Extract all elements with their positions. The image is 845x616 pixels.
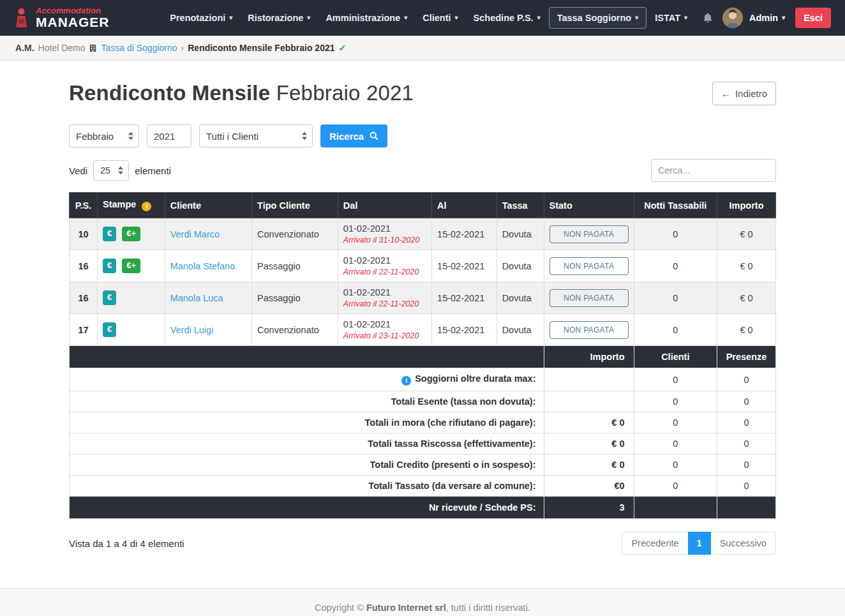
stampe-cell: € €+ [97, 250, 165, 282]
pagination-page-1-button[interactable]: 1 [688, 532, 711, 555]
summary-importo: € 0 [544, 412, 634, 433]
summary-clienti: 0 [634, 368, 717, 391]
info-icon[interactable]: i [401, 376, 411, 386]
logout-button[interactable]: Esci [795, 8, 831, 28]
monthly-report-table: P.S. Stampe i Cliente Tipo Cliente Dal A… [69, 192, 776, 519]
stampe-cell: € [97, 314, 165, 346]
client-link[interactable]: Verdi Marco [170, 229, 220, 239]
table-row: 17 € Verdi Luigi Convenzionato 01-02-202… [70, 314, 776, 346]
nav-item-prenotazioni[interactable]: Prenotazioni ▾ [163, 7, 239, 29]
ps-cell: 16 [70, 250, 98, 282]
page-title: Rendiconto Mensile Febbraio 2021 [69, 81, 414, 105]
dal-cell: 01-02-2021 Arrivato il 22-11-2020 [338, 282, 431, 314]
header-cliente: Cliente [165, 193, 251, 218]
arrival-note: Arrivato il 31-10-2020 [343, 236, 426, 244]
print-receipt-plus-button[interactable]: €+ [122, 259, 140, 273]
client-link[interactable]: Verdi Luigi [170, 325, 214, 335]
copyright-text: Copyright © Futuro Internet srl, tutti i… [0, 603, 845, 613]
stato-cell: NON PAGATA [544, 250, 634, 282]
print-receipt-button[interactable]: € [103, 259, 116, 273]
nav-item-schedine-ps[interactable]: Schedine P.S. ▾ [467, 7, 548, 29]
nav-item-amministrazione[interactable]: Amministrazione ▾ [318, 7, 414, 29]
header-stato: Stato [544, 193, 634, 218]
nav-item-tassa-soggiorno[interactable]: Tassa Soggiorno ▾ [549, 7, 647, 29]
payment-status-button[interactable]: NON PAGATA [550, 321, 629, 339]
table-search-input[interactable] [651, 159, 776, 182]
stato-cell: NON PAGATA [544, 218, 634, 250]
chevron-down-icon: ▾ [229, 15, 232, 21]
month-select[interactable]: Febbraio [69, 124, 139, 147]
breadcrumb-current: Rendiconto Mensile Febbraio 2021 [188, 43, 334, 53]
importo-cell: € 0 [717, 282, 776, 314]
brand-logo[interactable]: Accommodation MANAGER [13, 6, 110, 29]
summary-row: Totali tassa Riscossa (effettivamente): … [70, 433, 776, 454]
stampe-info-icon[interactable]: i [142, 202, 151, 211]
print-receipt-plus-button[interactable]: €+ [122, 227, 140, 241]
year-input[interactable] [147, 124, 191, 147]
summary-presenze: 0 [717, 433, 776, 454]
notti-cell: 0 [634, 250, 717, 282]
summary-clienti: 0 [634, 454, 717, 476]
print-receipt-button[interactable]: € [103, 322, 116, 336]
summary-header-row: Importo Clienti Presenze [70, 346, 776, 368]
ps-cell: 16 [70, 282, 98, 314]
summary-importo: €0 [544, 476, 634, 497]
summary-header-importo: Importo [544, 346, 634, 368]
arrival-note: Arrivato il 23-11-2020 [343, 331, 426, 340]
table-row: 16 € Manola Luca Passaggio 01-02-2021 Ar… [70, 282, 776, 314]
summary-label: Totali tassa Riscossa (effettivamente): [70, 433, 544, 454]
page-length-select[interactable]: 25 [93, 160, 129, 181]
summary-label: Totali in mora (che rifiutano di pagare)… [70, 412, 544, 433]
tassa-cell: Dovuta [497, 282, 544, 314]
summary-header-clienti: Clienti [634, 346, 717, 368]
print-receipt-button[interactable]: € [103, 290, 116, 304]
payment-status-button[interactable]: NON PAGATA [550, 289, 629, 307]
check-icon: ✓ [339, 43, 347, 53]
notti-cell: 0 [634, 282, 717, 314]
breadcrumb-hotel: Hotel Demo [38, 43, 86, 53]
summary-presenze: 0 [717, 368, 776, 391]
summary-label: Totali Esente (tassa non dovuta): [70, 391, 544, 412]
brand-line1: Accommodation [36, 6, 110, 15]
page-footer: Copyright © Futuro Internet srl, tutti i… [0, 588, 845, 616]
al-cell: 15-02-2021 [432, 250, 497, 282]
notifications-bell-icon[interactable] [702, 12, 714, 24]
bellhop-logo-icon [13, 8, 30, 28]
hotel-building-icon [89, 44, 97, 52]
pagination: Precedente 1 Successivo [622, 532, 776, 555]
chevron-down-icon: ▾ [455, 15, 458, 21]
pagination-previous-button[interactable]: Precedente [622, 532, 687, 555]
summary-clienti: 0 [634, 433, 717, 454]
search-icon [370, 131, 378, 140]
print-receipt-button[interactable]: € [103, 227, 116, 241]
nav-item-ristorazione[interactable]: Ristorazione ▾ [241, 7, 317, 29]
tipo-cliente-cell: Convenzionato [252, 314, 338, 346]
breadcrumb-link-tassa-di-soggiorno[interactable]: Tassa di Soggiorno [101, 43, 177, 53]
cliente-cell: Manola Stefano [165, 250, 251, 282]
tipo-cliente-cell: Convenzionato [252, 218, 338, 250]
summary-row: Totali in mora (che rifiutano di pagare)… [70, 412, 776, 433]
client-link[interactable]: Manola Luca [170, 293, 223, 303]
payment-status-button[interactable]: NON PAGATA [550, 225, 629, 243]
payment-status-button[interactable]: NON PAGATA [550, 257, 629, 275]
summary-row: Totali Tassato (da versare al comune): €… [70, 476, 776, 497]
cliente-cell: Verdi Luigi [165, 314, 251, 346]
summary-clienti: 0 [634, 391, 717, 412]
nav-item-istat[interactable]: ISTAT ▾ [648, 7, 694, 29]
nav-item-clienti[interactable]: Clienti ▾ [415, 7, 465, 29]
client-link[interactable]: Manola Stefano [170, 261, 236, 271]
summary-presenze: 0 [717, 412, 776, 433]
stampe-cell: € [97, 282, 165, 314]
client-select[interactable]: Tutti i Clienti [199, 124, 313, 147]
summary-presenze: 0 [717, 391, 776, 412]
chevron-down-icon: ▾ [404, 15, 407, 21]
pagination-next-button[interactable]: Successivo [711, 532, 776, 555]
search-button[interactable]: Ricerca [320, 124, 387, 147]
summary-importo [544, 368, 634, 391]
user-menu[interactable]: Admin ▾ [744, 8, 790, 28]
user-avatar[interactable] [722, 8, 743, 28]
back-button[interactable]: ← Indietro [712, 82, 776, 105]
header-tassa: Tassa [497, 193, 544, 218]
cliente-cell: Verdi Marco [165, 218, 251, 250]
al-cell: 15-02-2021 [432, 314, 497, 346]
